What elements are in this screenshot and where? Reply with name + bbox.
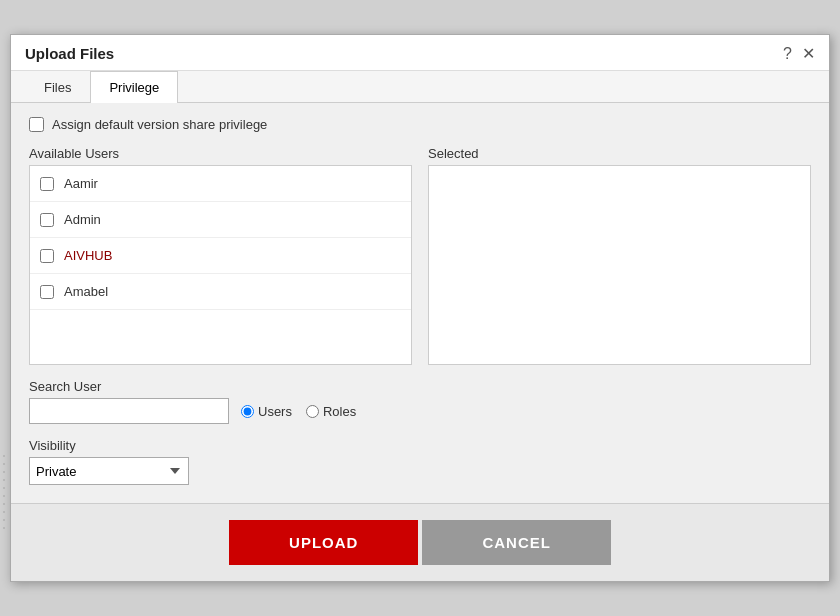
user-name: Admin	[64, 212, 101, 227]
cancel-button[interactable]: CANCEL	[422, 520, 611, 565]
user-checkbox[interactable]	[40, 249, 54, 263]
user-name: AIVHUB	[64, 248, 112, 263]
tab-privilege[interactable]: Privilege	[90, 71, 178, 103]
selected-label: Selected	[428, 146, 811, 161]
tabs-bar: Files Privilege	[11, 71, 829, 103]
radio-roles-option[interactable]: Roles	[306, 404, 356, 419]
selected-box	[428, 165, 811, 365]
tab-files[interactable]: Files	[25, 71, 90, 103]
assign-privilege-checkbox[interactable]	[29, 117, 44, 132]
visibility-section: Visibility PrivatePublicRestricted	[29, 438, 811, 485]
radio-users-option[interactable]: Users	[241, 404, 292, 419]
list-item[interactable]: Admin	[30, 202, 411, 238]
dialog-title: Upload Files	[25, 45, 114, 62]
user-checkbox[interactable]	[40, 213, 54, 227]
dialog-footer: UPLOAD CANCEL	[11, 503, 829, 581]
radio-roles[interactable]	[306, 405, 319, 418]
user-checkbox[interactable]	[40, 177, 54, 191]
list-item[interactable]: Aamir	[30, 166, 411, 202]
dialog-header: Upload Files ? ✕	[11, 35, 829, 71]
visibility-select[interactable]: PrivatePublicRestricted	[29, 457, 189, 485]
header-icons: ? ✕	[783, 46, 815, 62]
dialog-content: Assign default version share privilege A…	[11, 103, 829, 503]
radio-users[interactable]	[241, 405, 254, 418]
search-section: Search User Users Roles	[29, 379, 811, 424]
assign-privilege-row: Assign default version share privilege	[29, 117, 811, 132]
available-users-col: Available Users AamirAdminAIVHUBAmabel	[29, 146, 412, 365]
search-row: Users Roles	[29, 398, 811, 424]
visibility-label: Visibility	[29, 438, 811, 453]
radio-group: Users Roles	[241, 404, 356, 419]
assign-privilege-label: Assign default version share privilege	[52, 117, 267, 132]
list-item[interactable]: Amabel	[30, 274, 411, 310]
close-button[interactable]: ✕	[802, 46, 815, 62]
user-list[interactable]: AamirAdminAIVHUBAmabel	[29, 165, 412, 365]
radio-users-label: Users	[258, 404, 292, 419]
list-item[interactable]: AIVHUB	[30, 238, 411, 274]
radio-roles-label: Roles	[323, 404, 356, 419]
search-input[interactable]	[29, 398, 229, 424]
search-user-label: Search User	[29, 379, 811, 394]
users-columns: Available Users AamirAdminAIVHUBAmabel S…	[29, 146, 811, 365]
upload-button[interactable]: UPLOAD	[229, 520, 418, 565]
selected-col: Selected	[428, 146, 811, 365]
available-users-label: Available Users	[29, 146, 412, 161]
user-checkbox[interactable]	[40, 285, 54, 299]
user-name: Aamir	[64, 176, 98, 191]
help-button[interactable]: ?	[783, 46, 792, 62]
user-name: Amabel	[64, 284, 108, 299]
